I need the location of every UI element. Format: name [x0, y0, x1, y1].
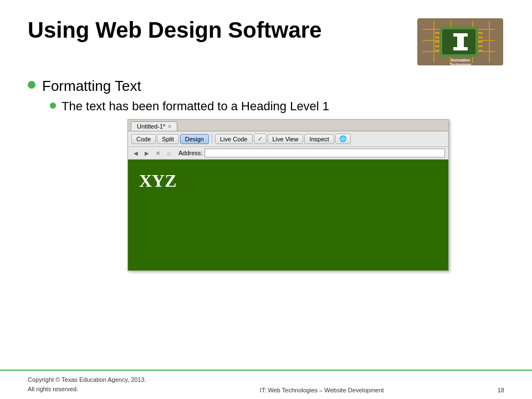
svg-rect-22	[478, 50, 483, 52]
back-btn[interactable]: ◀	[131, 149, 140, 157]
svg-rect-14	[435, 37, 439, 38]
footer: Copyright © Texas Education Agency, 2013…	[0, 370, 532, 399]
inspect-button[interactable]: Inspect	[304, 134, 334, 144]
design-button[interactable]: Design	[180, 134, 209, 144]
live-code-button[interactable]: Live Code	[215, 134, 253, 144]
copyright-line1: Copyright © Texas Education Agency, 2013…	[28, 375, 146, 385]
live-view-button[interactable]: Live View	[268, 134, 304, 144]
page-title: Using Web Design Software	[28, 17, 321, 43]
bullet-dot-sub	[50, 103, 56, 109]
svg-rect-13	[435, 32, 439, 34]
forward-btn[interactable]: ▶	[142, 149, 151, 157]
address-bar: ◀ ▶ ✕ ⌂ Address:	[128, 147, 448, 160]
bullet-dot-main	[28, 81, 35, 89]
tab-bar: Untitled-1* ×	[128, 120, 448, 131]
svg-rect-15	[435, 41, 439, 43]
tab-label: Untitled-1*	[137, 123, 165, 130]
copyright-line2: All rights reserved.	[28, 385, 146, 394]
split-button[interactable]: Split	[157, 134, 178, 144]
svg-rect-19	[478, 37, 483, 38]
sub-bullet-text: The text has been formatted to a Heading…	[62, 99, 329, 114]
footer-copyright: Copyright © Texas Education Agency, 2013…	[28, 375, 146, 393]
home-btn[interactable]: ⌂	[165, 149, 173, 157]
footer-page-number: 18	[498, 387, 504, 393]
svg-rect-12	[453, 47, 468, 50]
screenshot-mockup: Untitled-1* × Code Split Design Live Cod…	[127, 119, 449, 271]
xyz-heading: XYZ	[139, 171, 177, 191]
screenshot-content: XYZ	[128, 160, 448, 270]
svg-rect-16	[435, 45, 439, 47]
address-label: Address:	[178, 150, 202, 156]
header: Using Web Design Software	[0, 0, 532, 72]
svg-rect-17	[435, 50, 439, 52]
stop-btn[interactable]: ✕	[154, 149, 162, 157]
main-bullet-text: Formatting Text	[42, 78, 141, 95]
content-area: Formatting Text The text has been format…	[0, 72, 532, 370]
svg-rect-20	[478, 41, 483, 43]
svg-rect-18	[478, 32, 483, 34]
sub-bullet: The text has been formatted to a Heading…	[50, 99, 504, 114]
logo-icon: iformation Technology	[417, 18, 503, 65]
globe-btn[interactable]: 🌐	[335, 134, 351, 144]
code-button[interactable]: Code	[131, 134, 156, 144]
toolbar-separator	[212, 134, 212, 144]
svg-rect-11	[453, 33, 468, 37]
main-bullet: Formatting Text	[28, 78, 504, 95]
svg-rect-21	[478, 45, 483, 47]
svg-text:iformation: iformation	[451, 58, 469, 62]
logo-area: iformation Technology	[416, 17, 504, 66]
svg-text:Technology: Technology	[449, 63, 471, 65]
address-input[interactable]	[204, 149, 445, 157]
slide-container: Using Web Design Software	[0, 0, 532, 399]
footer-course-name: IT: Web Technologies – Website Developme…	[260, 387, 384, 393]
toolbar: Code Split Design Live Code ✓ Live View …	[128, 131, 448, 147]
tab-close-btn[interactable]: ×	[168, 124, 171, 130]
live-code-icon-btn[interactable]: ✓	[254, 134, 267, 144]
tab-item[interactable]: Untitled-1* ×	[131, 121, 177, 131]
